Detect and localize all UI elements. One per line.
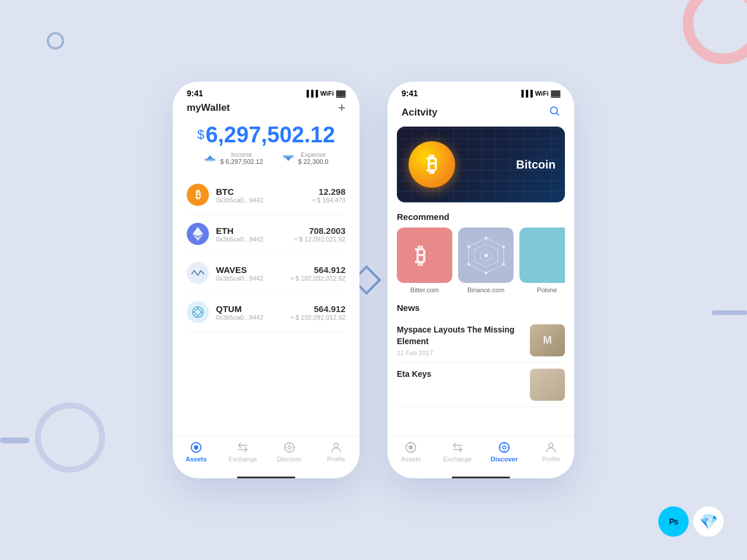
photoshop-icon: Ps [658,506,689,537]
waves-amount: 564.912 [290,265,345,275]
bg-decoration-large-circle [35,402,105,473]
expense-label: Expense [298,151,329,158]
status-icons-2: ▐▐▐ WiFi ▓▓ [519,90,560,97]
nav-label-assets-2: Assets [401,456,420,463]
svg-point-34 [502,262,505,265]
search-button[interactable] [549,105,560,120]
nav-discover-2[interactable]: Discover [481,441,528,463]
crypto-row-btc[interactable]: ₿ BTC 0x3b5ca0...9442 12.298 ≈ $ 184,470 [187,176,345,215]
income-item: Income $ 6,297,502.12 [204,151,263,165]
waves-usd: ≈ $ 102,092,012.92 [290,275,345,282]
bottom-nav-2: Assets Exchange Discover [388,436,574,474]
btc-amount: 12.298 [312,187,345,197]
crypto-row-waves[interactable]: WAVES 0x3b5ca0...9442 564.912 ≈ $ 102,09… [187,254,345,293]
svg-point-17 [288,446,291,449]
nav-assets-1[interactable]: Assets [173,441,219,463]
bg-decoration-bar-right [712,310,747,315]
recommend-title: Recommend [397,212,565,222]
polone-card-img [519,228,565,283]
svg-point-37 [484,236,487,239]
svg-marker-6 [193,227,203,236]
qtum-amount: 564.912 [290,304,345,314]
svg-text:₿: ₿ [415,243,426,268]
activity-scroll: ₿ Bitcoin Recommend ₿ Bitter.com [388,127,574,436]
eth-amount: 708.2003 [294,226,345,236]
svg-point-35 [467,245,470,248]
wallet-title: myWallet [187,102,230,114]
nav-exchange-2[interactable]: Exchange [434,441,481,463]
svg-point-38 [484,271,487,274]
nav-exchange-1[interactable]: Exchange [219,441,266,463]
nav-label-exchange-2: Exchange [444,456,472,463]
btc-usd: ≈ $ 184,470 [312,197,345,204]
status-time-2: 9:41 [402,89,418,98]
svg-point-42 [502,446,506,449]
qtum-icon [187,301,209,323]
phone-wallet: 9:41 ▐▐▐ WiFi ▓▓ myWallet + $6,297,502.1… [173,82,359,478]
news-img-1: M [530,324,565,356]
battery-icon-2: ▓▓ [551,90,560,97]
recommend-card-binance[interactable]: Binance.com [458,228,514,293]
recommend-card-bitter[interactable]: ₿ Bitter.com [397,228,452,293]
recommend-row: ₿ Bitter.com [397,228,565,293]
crypto-list: ₿ BTC 0x3b5ca0...9442 12.298 ≈ $ 184,470 [187,176,345,332]
svg-point-9 [195,309,201,315]
svg-point-32 [484,254,488,257]
wallet-header: myWallet + [187,100,345,116]
bitcoin-banner[interactable]: ₿ Bitcoin [397,127,565,202]
activity-header: Acitvity [388,100,574,127]
status-icons-1: ▐▐▐ WiFi ▓▓ [304,90,345,97]
tool-icons-group: Ps 💎 [658,506,724,537]
btc-icon: ₿ [187,184,209,206]
news-item-1[interactable]: Myspace Layouts The Missing Element 11 F… [397,318,565,363]
bg-decoration-circle [47,32,64,50]
nav-profile-1[interactable]: Profile [313,441,359,463]
eth-usd: ≈ $ 12,092,021.92 [294,236,345,243]
qtum-info: QTUM 0x3b5ca0...9442 [216,304,290,321]
waves-icon [187,262,209,284]
svg-point-22 [334,443,338,447]
status-bar-2: 9:41 ▐▐▐ WiFi ▓▓ [388,82,574,100]
wifi-icon-2: WiFi [535,90,549,97]
nav-assets-2[interactable]: Assets [388,441,434,463]
add-button[interactable]: + [338,100,345,116]
signal-icon-2: ▐▐▐ [519,90,532,97]
dollar-sign: $ [197,127,204,142]
income-value: $ 6,297,502.12 [220,158,263,165]
news-text-1: Myspace Layouts The Missing Element 11 F… [397,324,523,356]
expense-value: $ 22,300.0 [298,158,329,165]
svg-rect-2 [205,160,215,161]
expense-icon [282,153,295,163]
svg-point-40 [409,445,413,449]
nav-label-discover-2: Discover [491,456,518,463]
crypto-row-eth[interactable]: ETH 0x3b5ca0...9442 708.2003 ≈ $ 12,092,… [187,215,345,254]
qtum-address: 0x3b5ca0...9442 [216,314,290,321]
news-item-2[interactable]: Eta Keys [397,363,565,407]
sketch-icon: 💎 [693,506,724,537]
wallet-content: myWallet + $6,297,502.12 [173,100,359,436]
nav-discover-1[interactable]: Discover [266,441,313,463]
wifi-icon: WiFi [320,90,334,97]
nav-label-profile-1: Profile [327,456,345,463]
bitcoin-coin-icon: ₿ [409,141,455,188]
btc-info: BTC 0x3b5ca0...9442 [216,187,312,204]
crypto-row-qtum[interactable]: QTUM 0x3b5ca0...9442 564.912 ≈ $ 102,092… [187,293,345,332]
nav-label-profile-2: Profile [542,456,560,463]
nav-profile-2[interactable]: Profile [528,441,574,463]
nav-label-discover-1: Discover [277,456,302,463]
btc-values: 12.298 ≈ $ 184,470 [312,187,345,204]
news-headline-1: Myspace Layouts The Missing Element [397,324,523,347]
eth-info: ETH 0x3b5ca0...9442 [216,226,294,243]
signal-icon: ▐▐▐ [304,90,317,97]
qtum-usd: ≈ $ 102,092,012.92 [290,314,345,321]
battery-icon: ▓▓ [336,90,345,97]
binance-card-img [458,228,514,283]
binance-name: Binance.com [458,286,514,293]
recommend-card-polone[interactable]: Polone [519,228,565,293]
activity-title: Acitvity [402,107,437,118]
svg-point-47 [549,443,553,447]
waves-values: 564.912 ≈ $ 102,092,012.92 [290,265,345,282]
eth-icon [187,223,209,245]
status-bar-1: 9:41 ▐▐▐ WiFi ▓▓ [173,82,359,100]
svg-rect-3 [283,156,294,158]
